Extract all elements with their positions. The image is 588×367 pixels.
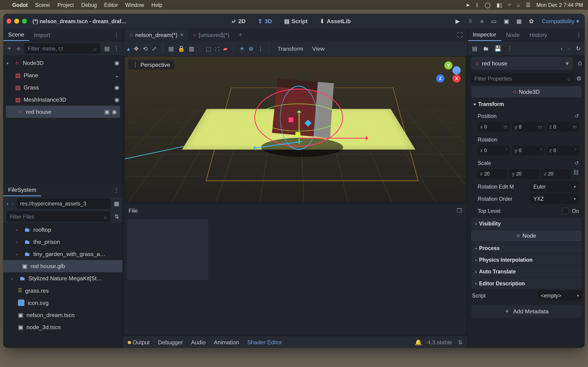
- position-x-input[interactable]: x0m: [478, 122, 510, 132]
- section-node[interactable]: ○Node: [471, 230, 582, 242]
- fs-file[interactable]: icon.svg: [3, 297, 122, 309]
- location-icon[interactable]: ➤: [466, 2, 470, 8]
- list-tool[interactable]: ▤: [168, 45, 174, 52]
- workspace-script[interactable]: ▤Script: [280, 18, 312, 24]
- menu-debug[interactable]: Debug: [81, 2, 97, 8]
- view-menu[interactable]: View: [310, 45, 327, 52]
- stop-button[interactable]: ■: [480, 18, 484, 24]
- battery-icon[interactable]: ▮▯: [497, 2, 502, 8]
- audio-tab[interactable]: Audio: [191, 339, 206, 345]
- scale-x-input[interactable]: x20: [478, 169, 507, 179]
- visibility-icon[interactable]: ◉: [112, 108, 117, 115]
- top-level-checkbox[interactable]: [562, 208, 569, 214]
- filter-settings-icon[interactable]: ⚙: [576, 75, 582, 82]
- menu-window[interactable]: Window: [125, 2, 144, 8]
- remote-play-icon[interactable]: ▭: [491, 18, 496, 24]
- tree-item-grass[interactable]: ▧Grass ◉: [3, 81, 122, 93]
- output-tab[interactable]: Output: [128, 339, 150, 345]
- debugger-tab[interactable]: Debugger: [158, 339, 183, 345]
- tree-root[interactable]: ▾○ Node3D ◉: [3, 57, 122, 69]
- bluetooth-icon[interactable]: ᛒ: [476, 2, 479, 8]
- inspector-object[interactable]: ○red house▾: [471, 57, 573, 70]
- 3d-viewport[interactable]: ⋮Perspective YXZ: [124, 56, 466, 202]
- fs-file-selected[interactable]: ▣red house.glb: [3, 260, 122, 272]
- add-node-button[interactable]: ＋: [6, 45, 12, 52]
- insp-more-icon[interactable]: ⋮: [507, 45, 513, 52]
- filesystem-menu-icon[interactable]: ⋮: [113, 187, 122, 193]
- fs-back-button[interactable]: ‹: [6, 200, 8, 207]
- user-icon[interactable]: ◯: [485, 2, 491, 8]
- tree-item-redhouse[interactable]: ○red house ▣◉: [6, 106, 120, 118]
- tree-item-mesh[interactable]: ▧MeshInstance3D ◉: [3, 93, 122, 106]
- new-resource-icon[interactable]: ▤: [472, 45, 477, 52]
- fs-sort-icon[interactable]: ⇅: [114, 213, 119, 220]
- fs-filter-input[interactable]: Filter Files⌕: [6, 211, 110, 222]
- control-center-icon[interactable]: ☰: [526, 2, 531, 8]
- group-tool[interactable]: ▥: [189, 45, 194, 52]
- renderer-dropdown[interactable]: Compatibility▾: [542, 18, 579, 24]
- env-tool[interactable]: ⊕: [249, 45, 253, 52]
- snap-tool[interactable]: ⬚: [206, 45, 211, 52]
- fs-folder[interactable]: ›🖿the_prison: [3, 236, 122, 248]
- reset-icon[interactable]: ↺: [574, 113, 579, 119]
- file-thumbnail[interactable]: [127, 219, 208, 280]
- inspector-filter-input[interactable]: Filter Properties⌕: [471, 73, 574, 84]
- layout-icon[interactable]: ⇅: [458, 339, 463, 345]
- scene-filter-input[interactable]: Filter: name, t:t⌕: [24, 43, 100, 54]
- tab-import[interactable]: Import: [29, 28, 55, 41]
- fold-auto-translate[interactable]: ›Auto Translate: [471, 266, 582, 277]
- instance-button[interactable]: ⟢: [16, 45, 20, 52]
- link-icon[interactable]: ⛓: [573, 169, 579, 179]
- menu-scene[interactable]: Scene: [35, 2, 50, 8]
- scene-extra-icon[interactable]: ▤: [104, 45, 110, 52]
- visibility-icon[interactable]: ◉: [114, 60, 119, 66]
- position-z-input[interactable]: z0m: [547, 122, 579, 132]
- visibility-icon[interactable]: ◉: [114, 84, 119, 91]
- expand-viewport-icon[interactable]: ⛶: [457, 32, 465, 38]
- load-resource-icon[interactable]: 🖿: [483, 45, 489, 52]
- inspector-menu-icon[interactable]: ⋮: [576, 31, 585, 38]
- lock-tool[interactable]: 🔒: [178, 45, 185, 52]
- move-tool[interactable]: ✥: [134, 45, 139, 52]
- sun-tool[interactable]: ☀: [239, 45, 245, 52]
- menu-project[interactable]: Project: [57, 2, 74, 8]
- tab-inspector[interactable]: Inspector: [468, 28, 501, 41]
- maximize-button[interactable]: [22, 19, 27, 23]
- fold-process[interactable]: ›Process: [471, 242, 582, 254]
- rot-edit-mode-dropdown[interactable]: Euler▾: [530, 181, 579, 192]
- transform-menu[interactable]: Transform: [275, 45, 306, 52]
- scene-icon[interactable]: ▣: [104, 108, 110, 115]
- scene-tab-1[interactable]: ○nelson_dream(*)✕: [125, 29, 188, 41]
- history-icon[interactable]: ↻: [576, 45, 581, 52]
- fs-folder[interactable]: ›🖿rooftop: [3, 223, 122, 236]
- fs-file[interactable]: ▣node_3d.tscn: [3, 321, 122, 333]
- tab-scene[interactable]: Scene: [3, 28, 29, 41]
- fs-path-input[interactable]: [17, 198, 111, 209]
- fs-forward-button[interactable]: ›: [12, 200, 14, 207]
- play-scene-button[interactable]: ▣: [504, 18, 509, 24]
- workspace-3d[interactable]: ⇪3D: [254, 18, 276, 24]
- scale-tool[interactable]: ⤢: [152, 45, 157, 52]
- tab-node[interactable]: Node: [501, 28, 525, 41]
- doc-icon[interactable]: ⎙: [578, 60, 585, 67]
- clock[interactable]: Mon Dec 2 7:44 PM: [536, 2, 583, 8]
- workspace-assetlib[interactable]: ⬇AssetLib: [316, 18, 355, 24]
- camera-tool[interactable]: ▰: [223, 45, 227, 52]
- history-fwd-icon[interactable]: ›: [568, 45, 570, 52]
- scene-more-icon[interactable]: ⋮: [113, 45, 119, 52]
- tab-filesystem[interactable]: FileSystem: [3, 184, 41, 196]
- section-node3d[interactable]: ○Node3D: [471, 86, 582, 98]
- nav-gizmo[interactable]: YXZ: [436, 61, 460, 86]
- fs-file[interactable]: ▣nelson_dream.tscn: [3, 309, 122, 321]
- spotlight-icon[interactable]: ⌕: [517, 2, 520, 8]
- more-tool-icon[interactable]: ⋮: [258, 45, 263, 52]
- group-transform[interactable]: ▾Transform: [471, 98, 582, 110]
- restore-icon[interactable]: ❐: [457, 207, 462, 214]
- pause-button[interactable]: ⏸: [467, 18, 473, 24]
- close-button[interactable]: [6, 19, 11, 23]
- fs-folder[interactable]: ›🖿Stylized Nature MegaKit[St…: [3, 272, 122, 284]
- select-tool[interactable]: ▴: [127, 45, 130, 52]
- scale-y-input[interactable]: y20: [510, 169, 539, 179]
- fs-file[interactable]: ⠿grass.res: [3, 284, 122, 297]
- workspace-2d[interactable]: ⤾2D: [227, 18, 250, 24]
